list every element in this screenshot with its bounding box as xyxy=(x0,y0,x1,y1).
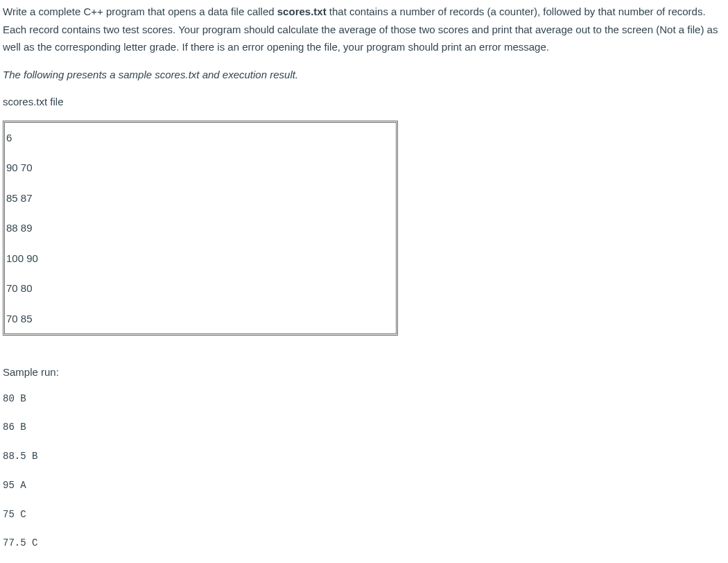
sample-intro: The following presents a sample scores.t… xyxy=(3,66,728,84)
problem-text-pre: Write a complete C++ program that opens … xyxy=(3,6,277,17)
file-row: 100 90 xyxy=(5,243,396,274)
output-line: 86 B xyxy=(3,419,728,436)
output-line: 95 A xyxy=(3,478,728,494)
file-row: 6 xyxy=(5,123,396,153)
output-line: 88.5 B xyxy=(3,449,728,465)
file-label: scores.txt file xyxy=(3,93,728,111)
file-row: 90 70 xyxy=(5,153,396,183)
problem-filename: scores.txt xyxy=(277,6,327,17)
output-line: 75 C xyxy=(3,507,728,523)
file-row: 88 89 xyxy=(5,213,396,243)
file-row: 70 80 xyxy=(5,273,396,304)
output-line: 77.5 C xyxy=(3,535,728,552)
file-row: 70 85 xyxy=(5,304,396,334)
sample-run-label: Sample run: xyxy=(3,363,728,381)
output-line: 80 B xyxy=(3,391,728,408)
scores-file-box: 6 90 70 85 87 88 89 100 90 70 80 70 85 xyxy=(3,121,398,336)
file-row: 85 87 xyxy=(5,183,396,214)
problem-statement: Write a complete C++ program that opens … xyxy=(3,3,728,56)
